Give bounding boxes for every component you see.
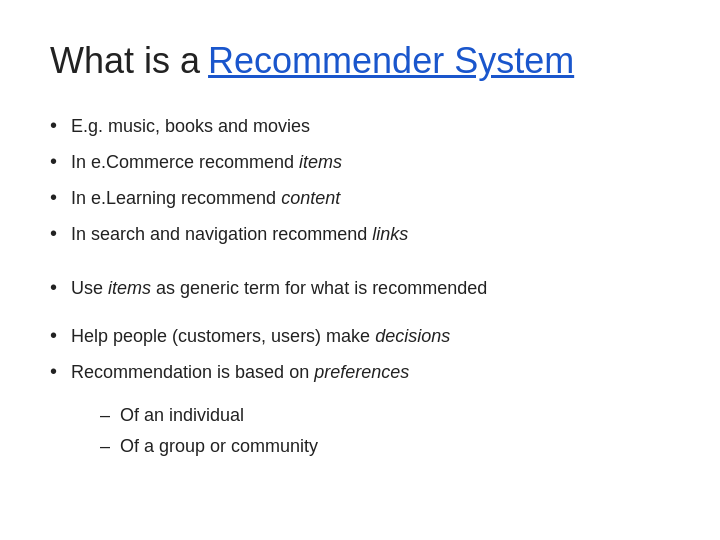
bullet-text: Help people (customers, users) make deci… (71, 323, 450, 350)
sub-list-item: Of a group or community (100, 433, 670, 460)
list-item: In e.Learning recommend content (50, 182, 670, 212)
bullet-text: In e.Commerce recommend items (71, 149, 342, 176)
title-row: What is a Recommender System (50, 40, 670, 82)
bullet-text: In e.Learning recommend content (71, 185, 340, 212)
list-item: In e.Commerce recommend items (50, 146, 670, 176)
sub-list-item: Of an individual (100, 402, 670, 429)
title-plain: What is a (50, 40, 200, 82)
italic-text: preferences (314, 362, 409, 382)
list-item: E.g. music, books and movies (50, 110, 670, 140)
bullet-text: Use items as generic term for what is re… (71, 275, 487, 302)
italic-text: items (108, 278, 151, 298)
use-items-bullet: Use items as generic term for what is re… (50, 272, 670, 302)
slide: What is a Recommender System E.g. music,… (0, 0, 720, 540)
italic-text: decisions (375, 326, 450, 346)
list-item: In search and navigation recommend links (50, 218, 670, 248)
italic-text: items (299, 152, 342, 172)
sub-bullet-text: Of a group or community (120, 433, 318, 460)
bullet-text: Recommendation is based on preferences (71, 359, 409, 386)
sub-bullet-list: Of an individual Of a group or community (100, 402, 670, 464)
sub-bullet-text: Of an individual (120, 402, 244, 429)
list-item: Help people (customers, users) make deci… (50, 320, 670, 350)
bullet-text: E.g. music, books and movies (71, 113, 310, 140)
bullet-group-1: E.g. music, books and movies In e.Commer… (50, 110, 670, 254)
italic-text: links (372, 224, 408, 244)
bullet-group-2: Help people (customers, users) make deci… (50, 320, 670, 392)
italic-text: content (281, 188, 340, 208)
title-link: Recommender System (208, 40, 574, 82)
bullet-text: In search and navigation recommend links (71, 221, 408, 248)
list-item: Recommendation is based on preferences (50, 356, 670, 386)
